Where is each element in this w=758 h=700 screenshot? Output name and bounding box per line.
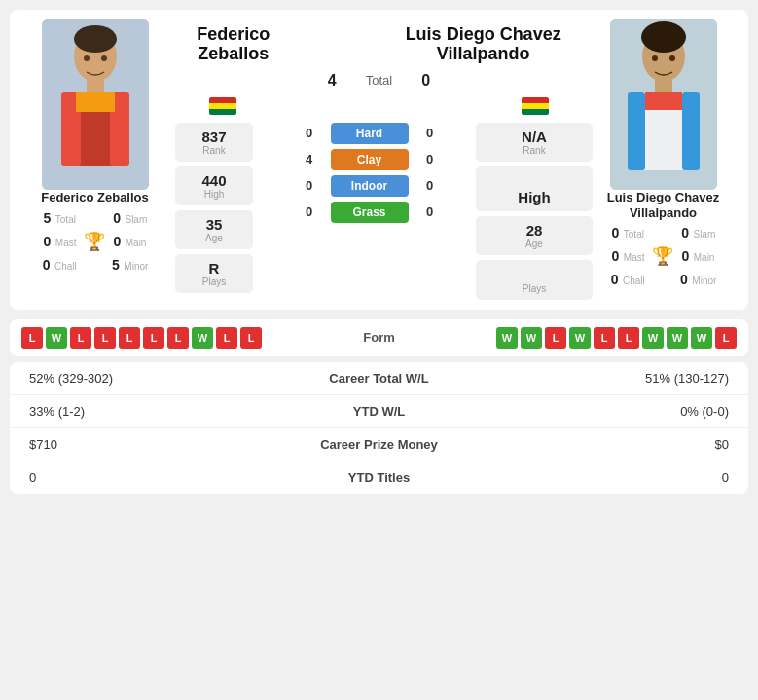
player2-flag — [522, 97, 549, 115]
surface-hard-row: 0 Hard 0 — [264, 123, 475, 144]
player1-mast-stat: 0 Mast — [44, 233, 77, 250]
player2-form-badges: W W L W L L W W W L — [496, 327, 737, 349]
trophy-icon-left: 🏆 — [84, 231, 105, 252]
svg-point-12 — [641, 21, 686, 53]
surface-indoor-badge: Indoor — [331, 175, 409, 197]
form-label: Form — [350, 330, 409, 345]
p2-form-7: W — [642, 327, 664, 349]
trophy-icon-right: 🏆 — [652, 245, 673, 267]
match-card: Federico Zeballos 5 Total 0 Slam 0 — [10, 10, 748, 310]
p1-form-1: L — [21, 327, 43, 349]
player1-total-stat: 5 Total — [29, 209, 90, 227]
form-section: L W L L L L L W L L Form W W L W L L W — [10, 319, 748, 356]
svg-rect-13 — [655, 80, 672, 93]
player1-bottom-stats: 0 Chall 5 Minor — [19, 252, 170, 277]
p1-form-3: L — [70, 327, 91, 349]
names-section: FedericoZeballos Luis Diego ChavezVillal… — [170, 19, 588, 64]
p2-form-6: L — [618, 327, 639, 349]
ytd-wl-row: 33% (1-2) YTD W/L 0% (0-0) — [10, 395, 748, 428]
left-player-panel: Federico Zeballos 5 Total 0 Slam 0 — [19, 19, 170, 300]
player2-minor-stat: 0 Minor — [668, 271, 730, 288]
player1-rank-box: 837 Rank — [175, 123, 253, 162]
player1-photo — [42, 19, 149, 190]
prize-money-row: $710 Career Prize Money $0 — [10, 428, 748, 461]
surface-hard-badge: Hard — [331, 123, 409, 144]
p2-form-1: W — [496, 327, 518, 349]
ytd-titles-row: 0 YTD Titles 0 — [10, 461, 748, 494]
player1-stats-grid: 5 Total 0 Slam — [19, 205, 170, 231]
svg-rect-16 — [682, 92, 700, 170]
p2-form-4: W — [569, 327, 591, 349]
p1-form-4: L — [94, 327, 116, 349]
p2-form-10: L — [715, 327, 737, 349]
player2-plays-box: Plays — [476, 260, 593, 300]
p2-form-5: L — [594, 327, 615, 349]
player2-bottom-stats: 0 Chall 0 Minor — [588, 267, 739, 292]
player2-mast-stat: 0 Mast — [612, 247, 645, 265]
p2-form-3: L — [545, 327, 566, 349]
flags-row — [170, 97, 588, 115]
p1-form-2: W — [46, 327, 67, 349]
player2-rank-box: N/A Rank — [476, 123, 593, 162]
svg-point-2 — [74, 25, 117, 53]
player1-name-top: FedericoZeballos — [197, 25, 270, 64]
player1-plays-box: R Plays — [175, 254, 253, 293]
player2-total-stat: 0 Total — [597, 224, 659, 241]
svg-rect-3 — [87, 80, 104, 93]
player2-photo — [610, 19, 717, 190]
player1-trophy-row: 0 Mast 🏆 0 Main — [19, 231, 170, 252]
p1-form-10: L — [240, 327, 262, 349]
surface-indoor-row: 0 Indoor 0 — [264, 175, 475, 197]
player1-flag — [209, 97, 236, 115]
player1-slam-stat: 0 Slam — [100, 209, 162, 227]
svg-rect-17 — [645, 92, 682, 110]
career-wl-row: 52% (329-302) Career Total W/L 51% (130-… — [10, 362, 748, 395]
svg-point-19 — [669, 55, 675, 61]
svg-point-8 — [84, 55, 90, 61]
svg-rect-7 — [76, 92, 115, 112]
player2-main-stat: 0 Main — [681, 247, 714, 265]
surface-container: 0 Hard 0 4 Clay 0 0 Indo — [264, 123, 475, 223]
player1-minor-stat: 5 Minor — [100, 256, 162, 274]
p2-form-8: W — [667, 327, 688, 349]
right-player-panel: Luis Diego Chavez Villalpando 0 Total 0 … — [588, 19, 739, 300]
p1-form-6: L — [143, 327, 164, 349]
player1-name-label: Federico Zeballos — [41, 190, 149, 205]
player2-stats-grid: 0 Total 0 Slam — [588, 220, 739, 245]
player1-high-box: 440 High — [175, 166, 253, 205]
player1-form-badges: L W L L L L L W L L — [21, 327, 262, 349]
player1-chall-stat: 0 Chall — [29, 256, 90, 274]
stats-table: 52% (329-302) Career Total W/L 51% (130-… — [10, 362, 748, 494]
p1-form-5: L — [119, 327, 140, 349]
player2-slam-stat: 0 Slam — [668, 224, 730, 241]
player1-main-stat: 0 Main — [113, 233, 146, 250]
player2-name-label: Luis Diego Chavez Villalpando — [588, 190, 739, 220]
svg-rect-15 — [628, 92, 645, 170]
p1-form-9: L — [216, 327, 237, 349]
p1-form-8: W — [192, 327, 213, 349]
form-row: L W L L L L L W L L Form W W L W L L W — [21, 327, 737, 349]
p1-form-7: L — [167, 327, 189, 349]
surface-grass-badge: Grass — [331, 202, 409, 223]
player2-trophy-row: 0 Mast 🏆 0 Main — [588, 245, 739, 267]
player2-high-box: N/A High — [476, 166, 593, 211]
surface-grass-row: 0 Grass 0 — [264, 202, 475, 223]
surface-clay-row: 4 Clay 0 — [264, 149, 475, 170]
svg-point-9 — [101, 55, 107, 61]
center-panel: FedericoZeballos Luis Diego ChavezVillal… — [170, 19, 588, 300]
main-container: Federico Zeballos 5 Total 0 Slam 0 — [0, 10, 758, 494]
player2-name-top: Luis Diego ChavezVillalpando — [406, 25, 561, 64]
player1-age-box: 35 Age — [175, 210, 253, 249]
p2-form-9: W — [691, 327, 712, 349]
svg-point-18 — [652, 55, 658, 61]
center-total-row: 4 Total 0 — [170, 72, 588, 90]
surface-clay-badge: Clay — [331, 149, 409, 170]
card-inner: Federico Zeballos 5 Total 0 Slam 0 — [19, 19, 739, 300]
player2-chall-stat: 0 Chall — [597, 271, 659, 288]
p2-form-2: W — [521, 327, 542, 349]
player2-age-box: 28 Age — [476, 216, 593, 255]
